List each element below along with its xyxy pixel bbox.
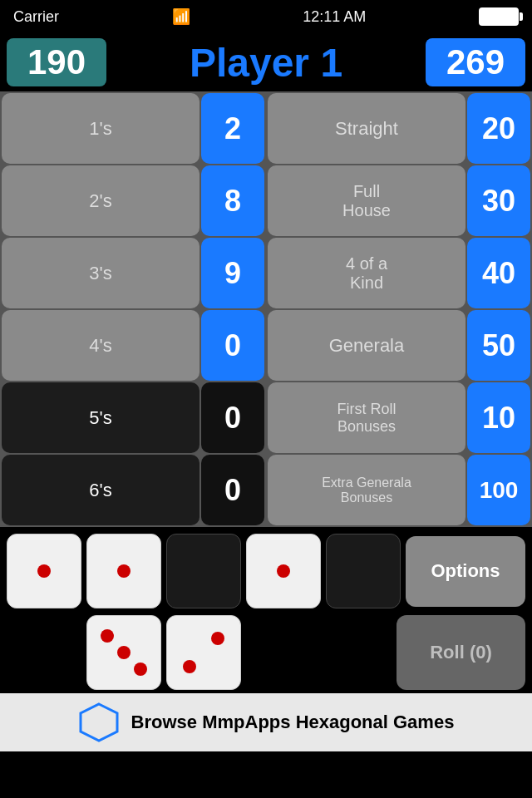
value-3s[interactable]: 9: [201, 238, 264, 308]
die-5[interactable]: [326, 534, 401, 608]
label-generala[interactable]: Generala: [268, 310, 466, 381]
battery-icon: [479, 7, 519, 26]
roll-button[interactable]: Roll (0): [397, 615, 525, 690]
right-scores: Straight 20 FullHouse 30 4 of aKind 40 G…: [266, 91, 532, 527]
label-1s[interactable]: 1's: [2, 93, 200, 164]
roll-button-wrapper: Roll (0): [397, 615, 525, 690]
value-generala[interactable]: 50: [467, 310, 530, 381]
value-extragen[interactable]: 100: [467, 455, 530, 525]
label-4s[interactable]: 4's: [2, 310, 200, 381]
label-2s[interactable]: 2's: [2, 165, 200, 236]
score-row-4s: 4's 0: [2, 310, 264, 381]
score-row-4kind: 4 of aKind 40: [268, 238, 530, 308]
value-4s[interactable]: 0: [201, 310, 264, 381]
label-3s[interactable]: 3's: [2, 238, 200, 308]
left-scores: 1's 2 2's 8 3's 9 4's 0 5's 0 6's 0: [0, 91, 266, 527]
label-5s[interactable]: 5's: [2, 382, 200, 453]
label-4kind[interactable]: 4 of aKind: [268, 238, 466, 308]
value-straight[interactable]: 20: [467, 93, 530, 164]
die-6[interactable]: [86, 615, 161, 690]
game-grid: 1's 2 2's 8 3's 9 4's 0 5's 0 6's 0 Stra…: [0, 91, 532, 527]
hexagon-icon: [78, 702, 120, 743]
score-row-1s: 1's 2: [2, 93, 264, 164]
value-4kind[interactable]: 40: [467, 238, 530, 308]
label-straight[interactable]: Straight: [268, 93, 466, 164]
dice-area: Options Roll (0): [0, 527, 532, 693]
status-bar: Carrier 📶 12:11 AM: [0, 0, 532, 33]
dice-row-2: Roll (0): [7, 615, 525, 690]
value-firstroll[interactable]: 10: [467, 382, 530, 453]
header: 190 Player 1 269: [0, 33, 532, 91]
value-6s[interactable]: 0: [201, 455, 264, 525]
label-extragen[interactable]: Extra GeneralaBonuses: [268, 455, 466, 525]
player2-score: 269: [426, 38, 525, 86]
dice-row-1: Options: [7, 534, 525, 608]
score-row-fullhouse: FullHouse 30: [268, 165, 530, 236]
time-label: 12:11 AM: [303, 8, 366, 26]
score-row-extragen: Extra GeneralaBonuses 100: [268, 455, 530, 525]
bottom-banner[interactable]: Browse MmpApps Hexagonal Games: [0, 693, 532, 751]
score-row-3s: 3's 9: [2, 238, 264, 308]
die-2[interactable]: [86, 534, 161, 608]
score-row-5s: 5's 0: [2, 382, 264, 453]
player-name: Player 1: [190, 40, 342, 86]
die-1[interactable]: [7, 534, 81, 608]
value-1s[interactable]: 2: [201, 93, 264, 164]
value-fullhouse[interactable]: 30: [467, 165, 530, 236]
carrier-label: Carrier: [13, 8, 59, 26]
label-6s[interactable]: 6's: [2, 455, 200, 525]
svg-marker-0: [81, 704, 117, 741]
die-4[interactable]: [246, 534, 321, 608]
score-row-firstroll: First RollBonuses 10: [268, 382, 530, 453]
label-fullhouse[interactable]: FullHouse: [268, 165, 466, 236]
score-row-straight: Straight 20: [268, 93, 530, 164]
score-row-6s: 6's 0: [2, 455, 264, 525]
score-row-2s: 2's 8: [2, 165, 264, 236]
browse-label: Browse MmpApps Hexagonal Games: [131, 712, 455, 733]
score-row-generala: Generala 50: [268, 310, 530, 381]
value-5s[interactable]: 0: [201, 382, 264, 453]
wifi-icon: 📶: [172, 7, 190, 26]
options-button[interactable]: Options: [406, 536, 525, 607]
label-firstroll[interactable]: First RollBonuses: [268, 382, 466, 453]
die-7[interactable]: [166, 615, 241, 690]
die-3[interactable]: [166, 534, 241, 608]
player1-score: 190: [7, 38, 106, 86]
value-2s[interactable]: 8: [201, 165, 264, 236]
